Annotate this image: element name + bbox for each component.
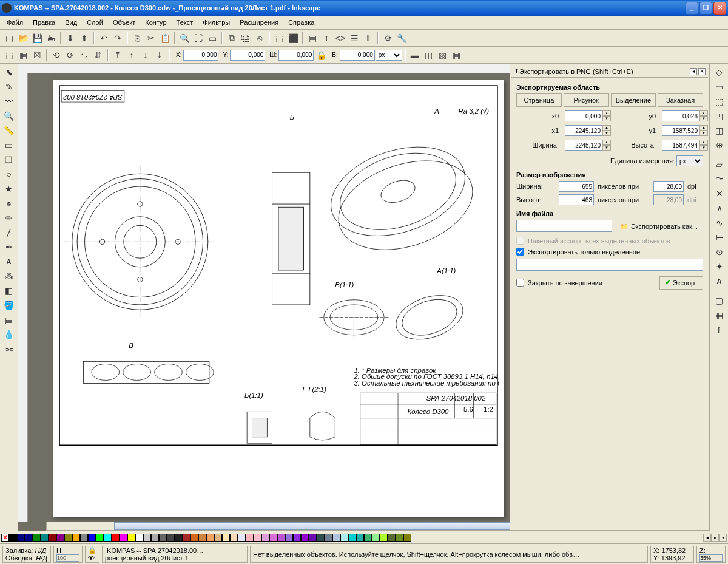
palette-menu-icon[interactable]: ▾ — [719, 534, 727, 542]
swatch[interactable] — [325, 534, 332, 542]
rect-tool-icon[interactable]: ▭ — [1, 138, 17, 152]
spray-tool-icon[interactable]: ⁂ — [1, 269, 17, 284]
snap-text-icon[interactable]: A — [712, 274, 727, 288]
swatch[interactable] — [372, 534, 380, 542]
swatch[interactable] — [301, 534, 309, 542]
affect-pattern-icon[interactable]: ▦ — [450, 49, 463, 62]
copy-icon[interactable]: ⎘ — [130, 32, 144, 45]
lower-bottom-icon[interactable]: ⤓ — [153, 49, 166, 62]
swatch[interactable] — [41, 534, 49, 542]
swatch[interactable] — [49, 534, 56, 542]
menu-edit[interactable]: Правка — [29, 17, 59, 28]
swatch[interactable] — [88, 534, 96, 542]
snap-page-icon[interactable]: ▢ — [712, 293, 727, 308]
snap-rot-center-icon[interactable]: ✦ — [712, 259, 727, 274]
export-as-button[interactable]: 📁 Экспортировать как... — [615, 220, 703, 233]
snap-obj-center-icon[interactable]: ⊙ — [712, 245, 727, 259]
eraser-tool-icon[interactable]: ◧ — [1, 284, 17, 298]
w-input[interactable] — [278, 50, 314, 61]
swatch[interactable] — [269, 534, 277, 542]
ungroup-icon[interactable]: ⬛ — [286, 32, 300, 45]
print-icon[interactable]: 🖶 — [44, 32, 58, 45]
swatch[interactable] — [198, 534, 206, 542]
snap-corner-icon[interactable]: ◰ — [712, 109, 727, 123]
lock-layer-icon[interactable]: 🔒 — [88, 546, 96, 554]
swatch[interactable] — [175, 534, 183, 542]
select-layer-icon[interactable]: ▦ — [16, 49, 30, 62]
snap-midpoint-icon[interactable]: ◫ — [712, 123, 727, 138]
affect-gradient-icon[interactable]: ▨ — [436, 49, 450, 62]
swatch[interactable] — [222, 534, 230, 542]
align-icon[interactable]: ⫴ — [362, 32, 375, 45]
palette-scroll-left[interactable]: ◂ — [703, 534, 711, 542]
export-button[interactable]: ✔ Экспорт — [659, 276, 703, 290]
swatch[interactable] — [159, 534, 167, 542]
filename-input[interactable] — [516, 220, 612, 232]
star-tool-icon[interactable]: ★ — [1, 182, 17, 196]
h-input[interactable] — [340, 50, 375, 61]
snap-guide-icon[interactable]: ⫿ — [712, 322, 727, 337]
paste-icon[interactable]: 📋 — [158, 32, 172, 45]
no-color-swatch[interactable] — [1, 534, 9, 542]
menu-view[interactable]: Вид — [61, 17, 81, 28]
selection-id-input[interactable] — [516, 259, 703, 271]
swatch[interactable] — [230, 534, 238, 542]
swatch[interactable] — [17, 534, 25, 542]
swatch[interactable] — [285, 534, 293, 542]
x1-input[interactable] — [565, 125, 602, 136]
swatch[interactable] — [72, 534, 80, 542]
swatch[interactable] — [56, 534, 64, 542]
select-all-icon[interactable]: ⬚ — [2, 49, 16, 62]
snap-smooth-icon[interactable]: ∿ — [712, 216, 727, 230]
snap-intersect-icon[interactable]: ✕ — [712, 186, 727, 201]
panel-dock-icon[interactable]: ◂ — [690, 68, 697, 75]
lock-icon[interactable]: 🔒 — [314, 49, 328, 62]
dropper-tool-icon[interactable]: 💧 — [1, 327, 17, 342]
img-height-input[interactable] — [559, 194, 594, 205]
unit-select[interactable]: px — [376, 50, 402, 61]
y1-input[interactable] — [662, 125, 699, 136]
snap-grid-icon[interactable]: ▦ — [712, 308, 727, 322]
menu-layer[interactable]: Слой — [83, 17, 107, 28]
affect-stroke-icon[interactable]: ▬ — [408, 49, 422, 62]
y-input[interactable] — [230, 50, 265, 61]
import-icon[interactable]: ⬇ — [64, 32, 77, 45]
swatch[interactable] — [183, 534, 190, 542]
flip-v-icon[interactable]: ⇵ — [92, 49, 105, 62]
tweak-tool-icon[interactable]: 〰 — [1, 94, 17, 109]
close-button[interactable]: ✕ — [713, 2, 726, 15]
tab-custom[interactable]: Заказная — [658, 93, 703, 107]
snap-enable-icon[interactable]: ◇ — [712, 65, 727, 80]
doc-name[interactable]: ·KOMPAS -- SPA.27042018.00…роекционный в… — [105, 547, 244, 562]
snap-path-icon[interactable]: 〜 — [712, 172, 727, 186]
cut-icon[interactable]: ✂ — [144, 32, 158, 45]
menu-text[interactable]: Текст — [172, 17, 198, 28]
lower-icon[interactable]: ↓ — [139, 49, 152, 62]
affect-corners-icon[interactable]: ◫ — [422, 49, 436, 62]
swatch[interactable] — [80, 534, 88, 542]
x0-input[interactable] — [565, 110, 602, 121]
deselect-icon[interactable]: ☒ — [30, 49, 44, 62]
text-dialog-icon[interactable]: T — [320, 32, 333, 45]
zoom-input[interactable] — [699, 554, 723, 562]
zoom-fit-icon[interactable]: ⛶ — [192, 32, 205, 45]
duplicate-icon[interactable]: ⧉ — [225, 32, 238, 45]
swatch[interactable] — [364, 534, 372, 542]
snap-bbox-icon[interactable]: ▭ — [712, 80, 727, 94]
swatch[interactable] — [380, 534, 388, 542]
fill-value[interactable]: Н/Д — [35, 547, 46, 554]
select-tool-icon[interactable]: ⬉ — [1, 65, 17, 80]
swatch[interactable] — [143, 534, 151, 542]
raise-top-icon[interactable]: ⤒ — [111, 49, 124, 62]
close-done-checkbox[interactable] — [516, 279, 524, 287]
dpi-width-input[interactable] — [653, 181, 684, 192]
snap-center-icon[interactable]: ⊕ — [712, 138, 727, 152]
rotate-cw-icon[interactable]: ⟳ — [64, 49, 77, 62]
tab-drawing[interactable]: Рисунок — [564, 93, 609, 107]
swatch[interactable] — [388, 534, 396, 542]
swatch[interactable] — [403, 534, 411, 542]
swatch[interactable] — [190, 534, 198, 542]
menu-file[interactable]: Файл — [2, 17, 27, 28]
minimize-button[interactable]: _ — [686, 2, 698, 15]
visibility-icon[interactable]: 👁 — [88, 554, 96, 562]
